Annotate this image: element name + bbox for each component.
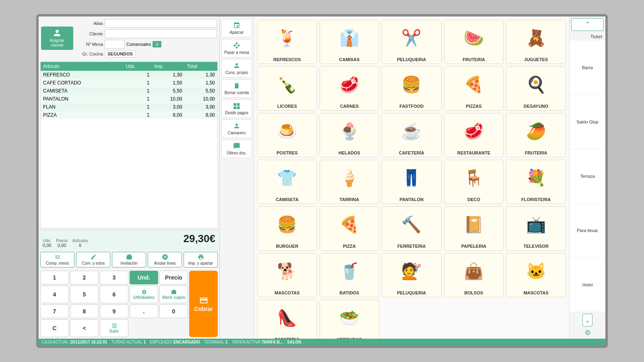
tarifa-label: TARIFA ACTIVA bbox=[232, 340, 260, 344]
assign-client-button[interactable]: Asignar cliente bbox=[41, 27, 73, 50]
product-image: 🥩 bbox=[459, 117, 488, 146]
product-card[interactable]: 🐱 MASCOTAS bbox=[506, 253, 566, 297]
zone-para_llevar[interactable]: Para llevar bbox=[570, 204, 605, 258]
svg-rect-1 bbox=[237, 103, 240, 106]
product-name: FLORISTERIA bbox=[521, 197, 551, 202]
product-card[interactable]: 🍮 POSTRES bbox=[257, 113, 317, 157]
product-card[interactable]: 🍉 FRUTERIA bbox=[444, 20, 504, 64]
product-image: 🐱 bbox=[522, 257, 551, 286]
product-card[interactable]: 📔 PAPELERIA bbox=[444, 206, 504, 251]
product-card[interactable]: 💇 PELUQUERIA bbox=[382, 253, 442, 297]
col-imp: Imp. bbox=[152, 62, 184, 71]
product-card[interactable]: 💐 FLORISTERIA bbox=[506, 160, 566, 204]
zone-terraza[interactable]: Terraza bbox=[570, 149, 605, 204]
comp-menu-button[interactable]: Comp. menú bbox=[40, 252, 74, 267]
invitacion-button[interactable]: Invitación bbox=[112, 252, 146, 267]
imp-apartar-label: Imp. y apartar bbox=[188, 261, 213, 265]
borrar-cuenta-label: Borrar cuenta bbox=[225, 90, 249, 95]
product-card[interactable]: 🍕 PIZZA bbox=[320, 206, 380, 251]
num-9[interactable]: 9 bbox=[100, 304, 128, 318]
product-name: MASCOTAS bbox=[524, 290, 549, 295]
camarero-button[interactable]: Camarero bbox=[221, 119, 252, 138]
alias-input[interactable] bbox=[105, 19, 217, 28]
zones-scroll-down[interactable]: ⌄ bbox=[582, 314, 592, 327]
anular-linea-button[interactable]: Anular línea bbox=[148, 252, 182, 267]
product-image: 🐕 bbox=[272, 257, 301, 286]
num-6[interactable]: 6 bbox=[100, 286, 128, 303]
product-card[interactable]: 🍔 BURGUER bbox=[257, 206, 317, 251]
precio-button[interactable]: Precio bbox=[159, 271, 188, 284]
product-card[interactable]: 🍦 TARRINA bbox=[320, 160, 380, 204]
zone-barra[interactable]: Barra bbox=[570, 41, 605, 95]
client-input[interactable] bbox=[105, 29, 217, 38]
product-card[interactable]: 🥗 VERDURAS bbox=[320, 300, 380, 339]
num-5[interactable]: 5 bbox=[70, 286, 99, 303]
num-8[interactable]: 8 bbox=[70, 304, 99, 318]
product-card[interactable]: 📺 TELEVISOR bbox=[506, 206, 566, 251]
imp-apartar-button[interactable]: Imp. y apartar bbox=[184, 252, 218, 267]
product-card[interactable]: 🍕 PIZZAS bbox=[444, 66, 504, 111]
num-dot[interactable]: . bbox=[130, 304, 158, 318]
product-card[interactable]: 🥩 RESTAURANTE bbox=[444, 113, 504, 157]
table-row[interactable]: CAFE CORTADO11,501,50 bbox=[41, 79, 217, 87]
product-card[interactable]: 🔨 FERRETERIA bbox=[382, 206, 442, 251]
product-name: BURGUER bbox=[276, 244, 298, 249]
client-fields: Alias Cliente Nº Mesa Comensales bbox=[75, 19, 217, 58]
borrar-cuenta-button[interactable]: Borrar cuenta bbox=[221, 79, 252, 98]
num-7[interactable]: 7 bbox=[40, 304, 69, 318]
table-row[interactable]: PANTALON110,0010,00 bbox=[41, 95, 217, 103]
aparcar-button[interactable]: Aparcar bbox=[221, 19, 252, 37]
product-card[interactable]: 🍨 HELADOS bbox=[320, 113, 380, 157]
product-card[interactable]: 🥭 FRUTERIA bbox=[506, 113, 566, 157]
num-0[interactable]: 0 bbox=[159, 304, 188, 318]
utilidades-button[interactable]: Utilidades bbox=[130, 286, 158, 303]
product-card[interactable]: ☕ CAFETERÍA bbox=[382, 113, 442, 157]
zones-scroll-up[interactable]: ⌃ bbox=[571, 18, 604, 31]
product-card[interactable]: 🍔 FASTFOOD bbox=[382, 66, 442, 111]
product-card[interactable]: ✂️ PELUQUERIA bbox=[382, 20, 442, 64]
salir-button[interactable]: Salir bbox=[100, 319, 128, 337]
product-name: POSTRES bbox=[277, 150, 298, 155]
dividir-pagos-button[interactable]: Dividir pagos bbox=[221, 99, 252, 118]
zone-hotel[interactable]: Hotel bbox=[570, 258, 605, 312]
product-card[interactable]: 🧸 JUGUETES bbox=[506, 20, 566, 64]
num-1[interactable]: 1 bbox=[40, 271, 69, 284]
cobrar-button[interactable]: Cobrar bbox=[189, 271, 218, 337]
product-name: PELUQUERIA bbox=[397, 290, 426, 295]
product-card[interactable]: 🪑 DECO bbox=[444, 160, 504, 204]
table-row[interactable]: CAMISETA15,505,50 bbox=[41, 87, 217, 95]
product-card[interactable]: 👔 CAMISAS bbox=[320, 20, 380, 64]
table-input[interactable] bbox=[105, 40, 125, 49]
product-card[interactable]: 👖 PANTALON bbox=[382, 160, 442, 204]
abrir-cajon-button[interactable]: Abrir cajón bbox=[159, 286, 188, 303]
product-card[interactable]: 🥤 BATIDOS bbox=[320, 253, 380, 297]
num-2[interactable]: 2 bbox=[70, 271, 99, 284]
assign-client-label: Asignar cliente bbox=[44, 38, 70, 47]
zone-bottom: ⌄ ⚙ bbox=[570, 312, 605, 339]
product-card[interactable]: 🍾 LICORES bbox=[257, 66, 317, 111]
ultimo-doc-button[interactable]: Último doc. bbox=[221, 140, 252, 158]
cons-propio-button[interactable]: Cons. propio bbox=[221, 59, 252, 78]
product-card[interactable]: 👕 CAMISETA bbox=[257, 160, 317, 204]
product-card[interactable]: 🍹 REFRESCOS bbox=[257, 20, 317, 64]
com-extra-button[interactable]: Com. y extra bbox=[76, 252, 110, 267]
product-card[interactable]: 👠 ZAPATERIA bbox=[257, 300, 317, 339]
table-row[interactable]: FLAN13,003,00 bbox=[41, 103, 217, 111]
pasar-mesa-button[interactable]: Pasar a mesa bbox=[221, 39, 252, 58]
comensales-button[interactable]: 0 bbox=[153, 41, 161, 47]
table-row[interactable]: REFRESCO11,301,30 bbox=[41, 71, 217, 79]
zone-salon_glop[interactable]: Salón Glop bbox=[570, 95, 605, 149]
num-c[interactable]: C bbox=[40, 319, 69, 337]
product-name: MASCOTAS bbox=[275, 290, 299, 295]
product-card[interactable]: 👜 BOLSOS bbox=[444, 253, 504, 297]
num-4[interactable]: 4 bbox=[40, 286, 69, 303]
num-back[interactable]: < bbox=[70, 319, 99, 337]
und-button[interactable]: Und. bbox=[130, 271, 158, 284]
settings-button[interactable]: ⚙ bbox=[584, 328, 591, 337]
table-row[interactable]: PIZZA18,008,00 bbox=[41, 111, 217, 119]
articulos-value: 6 bbox=[79, 243, 81, 248]
product-card[interactable]: 🐕 MASCOTAS bbox=[257, 253, 317, 297]
product-card[interactable]: 🍳 DESAYUNO bbox=[506, 66, 566, 111]
product-card[interactable]: 🥩 CARNES bbox=[320, 66, 380, 111]
num-3[interactable]: 3 bbox=[100, 271, 128, 284]
